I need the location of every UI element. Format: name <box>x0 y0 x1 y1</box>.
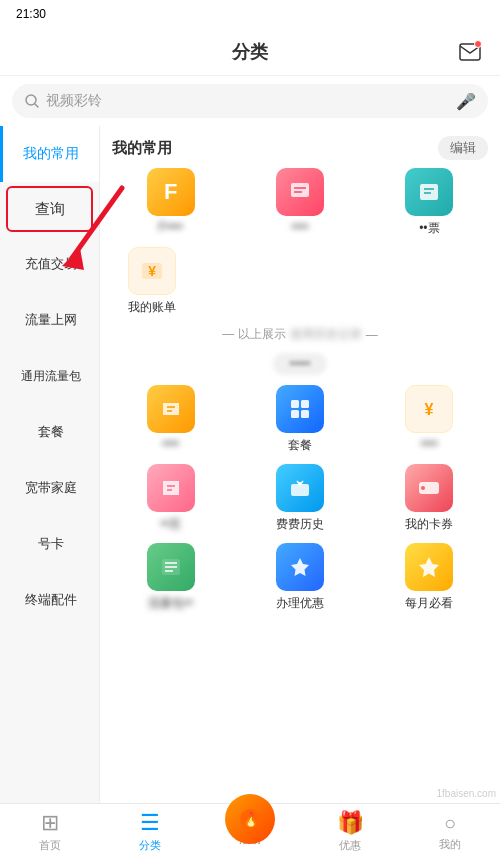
grid-item-account[interactable]: ¥ 我的账单 <box>128 247 176 316</box>
grid-label-11: 流量包•• <box>148 595 192 612</box>
grid-label-account: 我的账单 <box>128 299 176 316</box>
grid-item-6[interactable]: 套餐 <box>241 385 358 454</box>
grid-icon-5 <box>147 385 195 433</box>
message-icon[interactable] <box>456 38 484 66</box>
svg-text:🔥: 🔥 <box>242 811 260 828</box>
grid-item-13[interactable]: 每月必看 <box>371 543 488 612</box>
recommend-pill: ••••• <box>273 353 326 375</box>
mic-icon[interactable]: 🎤 <box>456 92 476 111</box>
sidebar-item-simcard[interactable]: 号卡 <box>0 516 99 572</box>
grid-icon-3 <box>405 168 453 216</box>
nav-center-icon: 🔥 <box>225 794 275 844</box>
nav-mine-icon: ○ <box>444 812 456 835</box>
svg-text:¥: ¥ <box>148 263 156 279</box>
grid-row-1: F F•••• •••• ••票 <box>112 168 488 237</box>
edit-button[interactable]: 编辑 <box>438 136 488 160</box>
sidebar-item-query[interactable]: 查询 <box>6 186 93 232</box>
grid-item-12[interactable]: 办理优惠 <box>241 543 358 612</box>
right-panel: 我的常用 编辑 F F•••• •••• ••票 <box>100 126 500 803</box>
grid-row-4: 流量包•• 办理优惠 每月必看 <box>112 543 488 612</box>
grid-item-11[interactable]: 流量包•• <box>112 543 229 612</box>
status-bar: 21:30 <box>0 0 500 28</box>
svg-text:¥: ¥ <box>425 401 434 418</box>
grid-label-6: 套餐 <box>288 437 312 454</box>
grid-label-3: ••票 <box>419 220 439 237</box>
history-hint-text: — 以上展示 <box>222 326 285 343</box>
message-badge <box>474 40 482 48</box>
grid-item-5[interactable]: •••• <box>112 385 229 454</box>
sidebar: 我的常用 查询 充值交易 流量上网 通用流量包 套餐 宽带家庭 号卡 终端配件 <box>0 126 100 803</box>
main-content: 我的常用 查询 充值交易 流量上网 通用流量包 套餐 宽带家庭 号卡 终端配件 <box>0 126 500 803</box>
grid-label-8: ••页 <box>160 516 180 533</box>
sidebar-item-terminal[interactable]: 终端配件 <box>0 572 99 628</box>
grid-icon-12 <box>276 543 324 591</box>
svg-line-1 <box>35 104 38 107</box>
svg-rect-13 <box>301 410 309 418</box>
grid-item-3[interactable]: ••票 <box>371 168 488 237</box>
nav-offers-label: 优惠 <box>339 838 361 853</box>
nav-offers-icon: 🎁 <box>337 810 364 836</box>
history-hint: — 以上展示 使用历史记录 — <box>112 326 488 343</box>
sidebar-item-recharge[interactable]: 充值交易 <box>0 236 99 292</box>
svg-rect-5 <box>420 184 438 200</box>
grid-icon-2 <box>276 168 324 216</box>
grid-item-2[interactable]: •••• <box>241 168 358 237</box>
svg-point-19 <box>421 486 425 490</box>
grid-item-7[interactable]: ¥ •••• <box>371 385 488 454</box>
nav-home-label: 首页 <box>39 838 61 853</box>
section-header: 我的常用 编辑 <box>112 126 488 168</box>
grid-icon-8 <box>147 464 195 512</box>
grid-item-1[interactable]: F F•••• <box>112 168 229 237</box>
grid-icon-7: ¥ <box>405 385 453 433</box>
grid-label-10: 我的卡券 <box>405 516 453 533</box>
nav-item-center[interactable]: 🔥 活动 <box>200 816 300 847</box>
grid-icon-account: ¥ <box>128 247 176 295</box>
history-hint-end: — <box>366 328 378 342</box>
page-title: 分类 <box>232 40 268 64</box>
svg-marker-25 <box>419 557 439 577</box>
search-icon <box>24 93 40 109</box>
grid-item-9[interactable]: 费费历史 <box>241 464 358 533</box>
grid-icon-9 <box>276 464 324 512</box>
svg-rect-2 <box>291 183 309 197</box>
nav-category-label: 分类 <box>139 838 161 853</box>
sidebar-item-traffic[interactable]: 流量上网 <box>0 292 99 348</box>
grid-icon-10 <box>405 464 453 512</box>
grid-row-account: ¥ 我的账单 <box>112 247 488 316</box>
grid-label-7: •••• <box>421 437 438 451</box>
sidebar-item-query-wrapper: 查询 <box>6 186 93 232</box>
watermark: 1fbaisen.com <box>437 788 496 799</box>
grid-label-13: 每月必看 <box>405 595 453 612</box>
grid-row-3: ••页 费费历史 我的卡券 <box>112 464 488 533</box>
history-blur-text: 使用历史记录 <box>290 326 362 343</box>
nav-item-category[interactable]: ☰ 分类 <box>100 804 200 859</box>
sidebar-item-my-frequent[interactable]: 我的常用 <box>0 126 99 182</box>
sidebar-item-plan[interactable]: 套餐 <box>0 404 99 460</box>
search-placeholder: 视频彩铃 <box>46 92 450 110</box>
header: 分类 <box>0 28 500 76</box>
grid-row-2: •••• 套餐 ¥ •••• <box>112 385 488 454</box>
sidebar-item-traffic-pkg[interactable]: 通用流量包 <box>0 348 99 404</box>
nav-item-mine[interactable]: ○ 我的 <box>400 804 500 859</box>
grid-item-8[interactable]: ••页 <box>112 464 229 533</box>
svg-rect-10 <box>291 400 299 408</box>
status-time: 21:30 <box>16 7 46 21</box>
nav-category-icon: ☰ <box>140 810 160 836</box>
nav-item-home[interactable]: ⊞ 首页 <box>0 804 100 859</box>
svg-rect-12 <box>291 410 299 418</box>
sidebar-item-broadband[interactable]: 宽带家庭 <box>0 460 99 516</box>
search-bar[interactable]: 视频彩铃 🎤 <box>12 84 488 118</box>
nav-mine-label: 我的 <box>439 837 461 852</box>
grid-icon-13 <box>405 543 453 591</box>
grid-icon-6 <box>276 385 324 433</box>
recommend-tag: ••••• <box>112 353 488 375</box>
grid-label-12: 办理优惠 <box>276 595 324 612</box>
grid-label-1: F•••• <box>159 220 183 234</box>
nav-item-offers[interactable]: 🎁 优惠 <box>300 804 400 859</box>
grid-item-10[interactable]: 我的卡券 <box>371 464 488 533</box>
grid-icon-11 <box>147 543 195 591</box>
grid-label-2: •••• <box>292 220 309 234</box>
section-title: 我的常用 <box>112 139 172 158</box>
bottom-nav: ⊞ 首页 ☰ 分类 🔥 活动 🎁 优惠 ○ 我的 <box>0 803 500 859</box>
grid-icon-1: F <box>147 168 195 216</box>
